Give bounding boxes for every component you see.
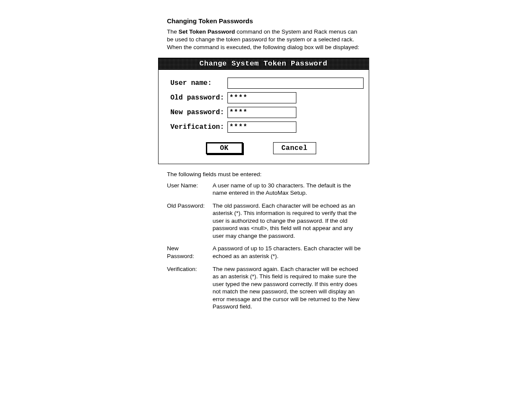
ok-button[interactable]: OK xyxy=(206,142,243,154)
def-oldpass-term: Old Password: xyxy=(167,202,207,240)
def-username-desc: A user name of up to 30 characters. The … xyxy=(213,182,365,197)
newpass-label: New password: xyxy=(171,109,227,116)
def-oldpass: Old Password: The old password. Each cha… xyxy=(167,202,365,240)
username-label: User name: xyxy=(171,79,227,87)
username-row: User name: xyxy=(171,78,364,89)
oldpass-input[interactable]: **** xyxy=(227,92,296,103)
fields-intro: The following fields must be entered: xyxy=(167,171,365,177)
def-newpass-term: New Password: xyxy=(167,245,207,260)
def-verify-desc: The new password again. Each character w… xyxy=(213,265,365,311)
newpass-row: New password: **** xyxy=(171,107,364,118)
verify-row: Verification: **** xyxy=(171,121,364,133)
def-username-term: User Name: xyxy=(167,182,207,197)
password-dialog: Change System Token Password User name: … xyxy=(158,58,369,164)
intro-paragraph: The Set Token Password command on the Sy… xyxy=(167,28,365,52)
intro-prefix: The xyxy=(167,28,179,35)
def-verify-term: Verification: xyxy=(167,265,207,311)
def-username: User Name: A user name of up to 30 chara… xyxy=(167,182,365,197)
section-heading: Changing Token Passwords xyxy=(167,17,365,25)
intro-command: Set Token Password xyxy=(179,28,235,35)
def-newpass: New Password: A password of up to 15 cha… xyxy=(167,245,365,260)
oldpass-label: Old password: xyxy=(171,94,227,102)
dialog-buttons: OK Cancel xyxy=(159,142,364,154)
def-verify: Verification: The new password again. Ea… xyxy=(167,265,365,311)
dialog-title: Change System Token Password xyxy=(159,58,369,70)
newpass-input[interactable]: **** xyxy=(227,107,296,118)
def-newpass-desc: A password of up to 15 characters. Each … xyxy=(213,245,365,260)
oldpass-row: Old password: **** xyxy=(171,92,364,103)
username-input[interactable] xyxy=(227,78,364,89)
verify-input[interactable]: **** xyxy=(227,121,296,133)
def-oldpass-desc: The old password. Each character will be… xyxy=(213,202,365,240)
dialog-body: User name: Old password: **** New passwo… xyxy=(159,70,369,154)
cancel-button[interactable]: Cancel xyxy=(273,142,316,154)
verify-label: Verification: xyxy=(171,123,227,131)
